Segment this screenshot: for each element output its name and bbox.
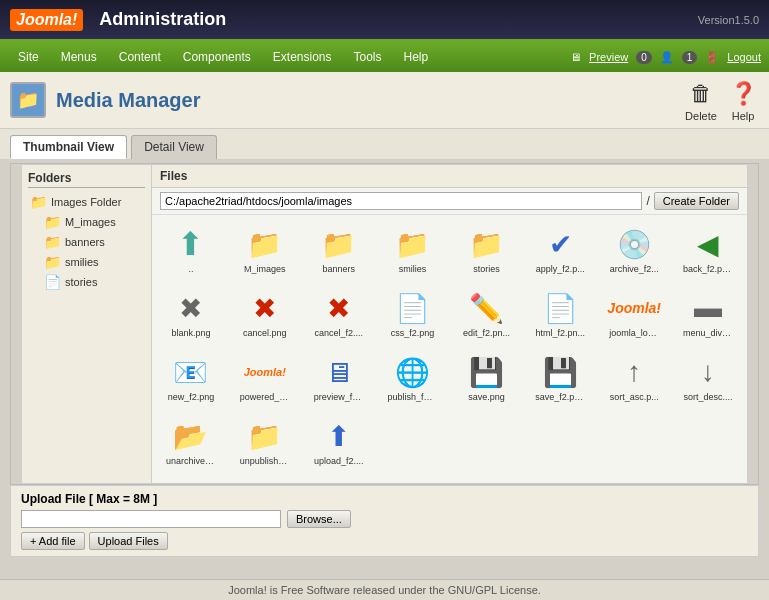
- folder-icon: 📁: [393, 224, 433, 264]
- folder-icon: 📄: [44, 274, 61, 290]
- add-file-button[interactable]: + Add file: [21, 532, 85, 550]
- file-item-sortdesc[interactable]: ↓ sort_desc....: [673, 347, 743, 407]
- back-icon: ◀: [688, 224, 728, 264]
- file-item-back[interactable]: ◀ back_f2.pn...: [673, 219, 743, 279]
- sort-desc-icon: ↓: [688, 352, 728, 392]
- sidebar: Folders 📁 Images Folder 📁 M_images 📁 ban…: [22, 165, 152, 483]
- badge-0: 0: [636, 51, 652, 64]
- file-item-preview[interactable]: 🖥 preview_f2....: [304, 347, 374, 407]
- cancel2-icon: ✖: [319, 288, 359, 328]
- file-item-up[interactable]: ⬆ ..: [156, 219, 226, 279]
- sort-asc-icon: ↑: [614, 352, 654, 392]
- file-item-banners[interactable]: 📁 banners: [304, 219, 374, 279]
- file-item-save[interactable]: 💾 save.png: [452, 347, 522, 407]
- file-item-archive[interactable]: 💿 archive_f2...: [599, 219, 669, 279]
- powered-icon: Joomla!: [245, 352, 285, 392]
- file-name: smilies: [399, 264, 427, 274]
- file-name: powered_by...: [240, 392, 290, 402]
- file-item-stories[interactable]: 📁 stories: [452, 219, 522, 279]
- file-name: sort_desc....: [684, 392, 733, 402]
- folder-stories[interactable]: 📄 stories: [42, 272, 145, 292]
- tab-thumbnail[interactable]: Thumbnail View: [10, 135, 127, 159]
- nav-help[interactable]: Help: [394, 46, 439, 68]
- folder-images-folder[interactable]: 📁 Images Folder: [28, 192, 145, 212]
- folder-banners[interactable]: 📁 banners: [42, 232, 145, 252]
- file-item-powered[interactable]: Joomla! powered_by...: [230, 347, 300, 407]
- upload-title: Upload File [ Max = 8M ]: [21, 492, 748, 506]
- header-title: Administration: [99, 9, 226, 30]
- preview-link[interactable]: Preview: [589, 51, 628, 63]
- footer: Joomla! is Free Software released under …: [0, 579, 769, 600]
- preview-icon: 🖥: [319, 352, 359, 392]
- file-item-smilies[interactable]: 📁 smilies: [378, 219, 448, 279]
- navbar: Site Menus Content Components Extensions…: [0, 42, 769, 72]
- file-item-publish[interactable]: 🌐 publish_f2....: [378, 347, 448, 407]
- file-name: css_f2.png: [391, 328, 435, 338]
- file-item-css[interactable]: 📄 css_f2.png: [378, 283, 448, 343]
- file-item-joomla-log[interactable]: Joomla! joomla_log...: [599, 283, 669, 343]
- nav-extensions[interactable]: Extensions: [263, 46, 342, 68]
- file-item-unpublish[interactable]: 📁 unpublish_....: [230, 411, 300, 471]
- tab-detail[interactable]: Detail View: [131, 135, 217, 159]
- file-item-html[interactable]: 📄 html_f2.pn...: [525, 283, 595, 343]
- file-item-sortasc[interactable]: ↑ sort_asc.p...: [599, 347, 669, 407]
- joomla-log-icon: Joomla!: [614, 288, 654, 328]
- folder-icon: 📁: [44, 214, 61, 230]
- file-name: edit_f2.pn...: [463, 328, 510, 338]
- nav-components[interactable]: Components: [173, 46, 261, 68]
- file-item-blank[interactable]: ✖ blank.png: [156, 283, 226, 343]
- folder-icon: 📁: [466, 224, 506, 264]
- file-name: sort_asc.p...: [610, 392, 659, 402]
- file-name: archive_f2...: [610, 264, 659, 274]
- file-item-apply[interactable]: ✔ apply_f2.p...: [525, 219, 595, 279]
- upload-files-button[interactable]: Upload Files: [89, 532, 168, 550]
- folder-icon: 📁: [44, 234, 61, 250]
- badge-1: 1: [682, 51, 698, 64]
- unarchive-icon: 📂: [171, 416, 211, 456]
- file-item-menudivid[interactable]: ▬ menu_divid...: [673, 283, 743, 343]
- file-item-edit[interactable]: ✏️ edit_f2.pn...: [452, 283, 522, 343]
- nav-menus[interactable]: Menus: [51, 46, 107, 68]
- upload-area: Upload File [ Max = 8M ] Browse... + Add…: [10, 485, 759, 557]
- files-grid-container[interactable]: ⬆ .. 📁 M_images 📁 banners 📁 smilies: [152, 215, 747, 483]
- unpublish-icon: 📁: [245, 416, 285, 456]
- files-grid: ⬆ .. 📁 M_images 📁 banners 📁 smilies: [156, 219, 743, 471]
- folder-icon: 📁: [30, 194, 47, 210]
- file-item-upload[interactable]: ⬆ upload_f2....: [304, 411, 374, 471]
- nav-content[interactable]: Content: [109, 46, 171, 68]
- menu-divid-icon: ▬: [688, 288, 728, 328]
- file-name: unpublish_....: [240, 456, 290, 466]
- file-item-cancel[interactable]: ✖ cancel.png: [230, 283, 300, 343]
- toolbar-area: 📁 Media Manager 🗑 Delete ❓ Help: [0, 72, 769, 129]
- save-icon: 💾: [466, 352, 506, 392]
- footer-text: Joomla! is Free Software released under …: [228, 584, 541, 596]
- folder-smilies[interactable]: 📁 smilies: [42, 252, 145, 272]
- file-name: cancel_f2....: [314, 328, 363, 338]
- cancel-icon: ✖: [245, 288, 285, 328]
- upload-file-input[interactable]: [21, 510, 281, 528]
- file-item-cancel2[interactable]: ✖ cancel_f2....: [304, 283, 374, 343]
- upload-icon: ⬆: [319, 416, 359, 456]
- delete-button[interactable]: 🗑 Delete: [685, 78, 717, 122]
- navbar-right: 🖥 Preview 0 👤 1 🚪 Logout: [570, 51, 761, 64]
- file-item-new[interactable]: 📧 new_f2.png: [156, 347, 226, 407]
- path-bar: / Create Folder: [152, 188, 747, 215]
- folder-m-images[interactable]: 📁 M_images: [42, 212, 145, 232]
- help-button[interactable]: ❓ Help: [727, 78, 759, 122]
- nav-tools[interactable]: Tools: [344, 46, 392, 68]
- folder-label: stories: [65, 276, 97, 288]
- path-input[interactable]: [160, 192, 642, 210]
- save2-icon: 💾: [540, 352, 580, 392]
- create-folder-button[interactable]: Create Folder: [654, 192, 739, 210]
- file-item-unarchive[interactable]: 📂 unarchive_....: [156, 411, 226, 471]
- folder-icon: 📁: [245, 224, 285, 264]
- folder-label: banners: [65, 236, 105, 248]
- archive-icon: 💿: [614, 224, 654, 264]
- browse-button[interactable]: Browse...: [287, 510, 351, 528]
- nav-site[interactable]: Site: [8, 46, 49, 68]
- folder-icon: 📁: [319, 224, 359, 264]
- file-item-save2[interactable]: 💾 save_f2.pn...: [525, 347, 595, 407]
- file-item-mimages[interactable]: 📁 M_images: [230, 219, 300, 279]
- logout-link[interactable]: Logout: [727, 51, 761, 63]
- folder-label: smilies: [65, 256, 99, 268]
